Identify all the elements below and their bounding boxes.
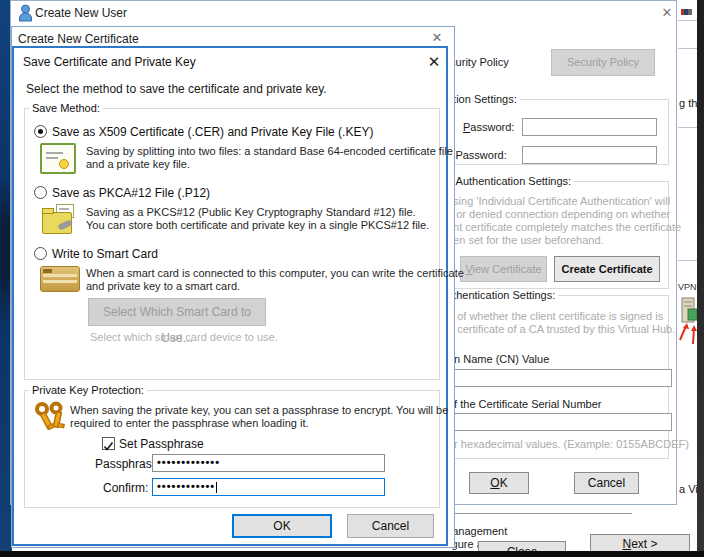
desktop-bottom-strip — [0, 551, 704, 557]
radio-p12-label: Save as PKCA#12 File (.P12) — [52, 186, 210, 200]
radio-selected-dot — [38, 129, 43, 134]
window-title: Create New User — [35, 6, 127, 20]
divider — [678, 260, 697, 261]
password-label: Password: — [463, 121, 514, 133]
user-cancel-button[interactable]: Cancel — [574, 472, 639, 494]
signed-auth-desc: a certificate of a CA trusted by this Vi… — [448, 323, 675, 335]
p12-desc: Saving as a PKCS#12 (Public Key Cryptogr… — [86, 206, 416, 218]
desktop-right-strip — [697, 0, 704, 551]
p12-folder-icon — [42, 204, 78, 236]
main-window-right-pane: g the VPN Se a Vi — [676, 0, 697, 505]
toolbar-fragment-icon — [681, 9, 692, 15]
smartcard-desc: and private key to a smart card. — [86, 280, 240, 292]
clipped-text-fragment: a Vi — [679, 483, 697, 495]
divider — [678, 20, 697, 21]
close-icon[interactable]: ✕ — [425, 29, 449, 47]
smart-card-icon — [40, 266, 80, 292]
pk-desc: required to enter the passphrase when lo… — [70, 417, 309, 429]
vpn-server-icon — [679, 296, 697, 358]
confirm-input[interactable]: •••••••••••• — [152, 478, 385, 496]
radio-x509-label: Save as X509 Certificate (.CER) and Priv… — [52, 125, 373, 139]
passphrase-input[interactable]: ••••••••••••• — [152, 454, 385, 472]
close-icon[interactable]: ✕ — [423, 52, 445, 72]
pk-desc: When saving the private key, you can set… — [70, 404, 448, 416]
keys-icon — [34, 400, 70, 440]
cert-auth-desc: using 'Individual Certificate Authentica… — [447, 195, 670, 207]
smartcard-desc: When a smart card is connected to this c… — [86, 267, 464, 279]
vpn-server-label: VPN Se — [678, 282, 697, 292]
select-smart-card-button[interactable]: Select Which Smart Card to Use... — [88, 298, 266, 326]
radio-smartcard[interactable] — [34, 247, 47, 260]
serial-number-label: of the Certificate Serial Number — [448, 398, 601, 410]
x509-desc: Saving by splitting into two files: a st… — [86, 145, 453, 157]
clipped-text-fragment: g the — [679, 97, 697, 109]
hex-hint: er hexadecimal values. (Example: 0155ABC… — [448, 438, 689, 450]
main-window-bottom-pane: management nfigure any Close Next > — [437, 505, 697, 551]
dialog-intro: Select the method to save the certificat… — [26, 82, 327, 96]
dialog-title: Save Certificate and Private Key — [23, 55, 196, 69]
screen: { "user_dialog": { "title": "Create New … — [0, 0, 704, 557]
save-certificate-dialog: Save Certificate and Private Key ✕ Selec… — [12, 46, 448, 546]
divider — [678, 127, 697, 128]
save-cancel-button[interactable]: Cancel — [347, 514, 434, 538]
serial-number-input[interactable] — [448, 413, 672, 431]
confirm-label: Confirm: — [103, 481, 148, 495]
radio-smartcard-label: Write to Smart Card — [52, 247, 158, 261]
signed-auth-desc: n of whether the client certificate is s… — [448, 310, 663, 322]
cert-auth-desc: ent certificate completely matches the c… — [447, 221, 681, 233]
set-passphrase-checkbox[interactable] — [102, 437, 115, 450]
create-certificate-button[interactable]: Create Certificate — [554, 256, 660, 282]
confirm-password-input[interactable] — [522, 146, 657, 164]
cert-auth-desc: d or denied connection depending on whet… — [447, 208, 670, 220]
cn-value-label: on Name (CN) Value — [448, 353, 549, 365]
divider — [442, 513, 632, 514]
text-caret — [216, 482, 217, 493]
divider — [678, 48, 697, 49]
set-passphrase-label: Set Passphrase — [119, 437, 204, 451]
user-ok-button[interactable]: OK — [469, 472, 529, 494]
p12-desc: You can store both certificate and priva… — [86, 219, 429, 231]
save-ok-button[interactable]: OK — [232, 514, 332, 538]
x509-desc: and a private key file. — [86, 158, 190, 170]
certificate-icon — [40, 143, 76, 174]
check-icon — [103, 441, 114, 452]
security-policy-button[interactable]: Security Policy — [551, 49, 655, 76]
cn-value-input[interactable] — [448, 369, 672, 387]
close-icon[interactable]: ✕ — [655, 3, 679, 22]
user-icon — [18, 4, 33, 26]
smart-card-hint: Select which smart card device to use. — [90, 331, 278, 343]
password-input[interactable] — [522, 118, 657, 136]
radio-p12[interactable] — [34, 186, 47, 199]
radio-x509[interactable] — [34, 125, 47, 138]
window-title: Create New Certificate — [18, 32, 139, 46]
cert-auth-desc: een set for the user beforehand. — [447, 234, 604, 246]
view-certificate-button[interactable]: View Certificate — [460, 256, 547, 282]
